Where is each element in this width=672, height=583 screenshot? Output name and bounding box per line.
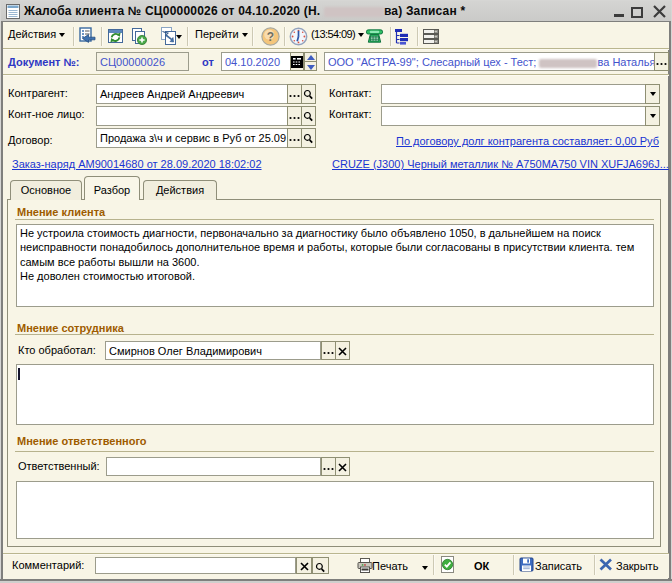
svg-text:?: ? [267, 30, 274, 44]
